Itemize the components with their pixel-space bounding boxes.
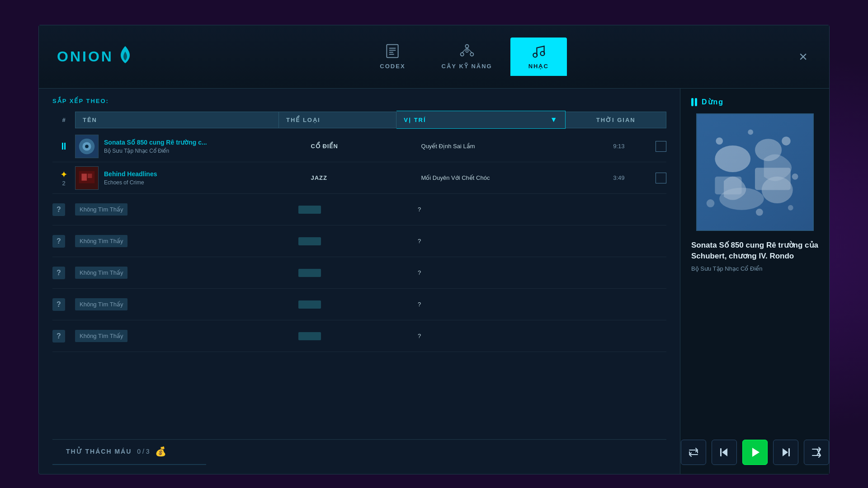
unknown-track-label: Không Tìm Thấy	[75, 330, 127, 342]
tab-codex[interactable]: CODEX	[362, 38, 423, 76]
unknown-genre-bar	[298, 237, 321, 245]
pause-bar-2	[695, 98, 697, 106]
track-num: ?	[52, 267, 75, 279]
svg-rect-37	[697, 114, 813, 230]
track-location: ?	[418, 206, 597, 213]
nav-tabs: CODEX CÂY KỸ NĂNG	[362, 38, 567, 76]
svg-rect-42	[788, 448, 790, 456]
pause-indicator	[691, 98, 697, 106]
question-icon: ?	[52, 203, 65, 216]
repeat-button[interactable]	[681, 440, 706, 465]
track-genre: JAZZ	[311, 174, 421, 181]
svg-point-17	[85, 145, 89, 148]
track-num: ?	[52, 235, 75, 248]
bottom-bar: THỬ THÁCH MÁU 0 / 3 💰	[52, 439, 666, 463]
challenge-underline	[52, 464, 206, 465]
track-row[interactable]: ? Không Tìm Thấy ?	[52, 289, 666, 320]
prev-button[interactable]	[712, 440, 737, 465]
svg-rect-21	[88, 174, 92, 178]
track-thumbnail	[75, 166, 99, 190]
pause-bar-1	[691, 98, 693, 106]
shuffle-button[interactable]	[804, 440, 829, 465]
svg-point-6	[460, 53, 463, 56]
tab-music[interactable]: NHẠC	[510, 38, 567, 76]
track-info: Không Tìm Thấy	[75, 235, 298, 247]
col-name[interactable]: TÊN	[75, 112, 279, 128]
track-location: ?	[418, 333, 597, 339]
main-modal: ONION CODEX	[38, 25, 830, 474]
album-art	[696, 113, 814, 231]
track-row[interactable]: ? Không Tìm Thấy ?	[52, 320, 666, 352]
track-info: Không Tìm Thấy	[75, 330, 298, 342]
unknown-genre-bar	[298, 300, 321, 309]
track-genre	[298, 206, 418, 214]
col-num: #	[52, 117, 75, 123]
unknown-track-label: Không Tìm Thấy	[75, 203, 127, 216]
track-row[interactable]: ? Không Tìm Thấy ?	[52, 257, 666, 289]
star-icon: ✦	[60, 169, 68, 179]
svg-rect-20	[81, 174, 87, 180]
tab-skill-tree-label: CÂY KỸ NĂNG	[442, 63, 492, 70]
music-list-panel: SẮP XẾP THEO: # TÊN THỂ LOẠI VỊ TRÍ ▼ TH…	[39, 89, 680, 474]
track-genre	[298, 237, 418, 245]
svg-marker-40	[752, 448, 760, 457]
sort-label: SẮP XẾP THEO:	[52, 98, 666, 104]
table-header: # TÊN THỂ LOẠI VỊ TRÍ ▼ THỜI GIAN	[52, 111, 666, 129]
close-button[interactable]: ×	[795, 45, 811, 69]
col-time: THỜI GIAN	[566, 112, 666, 128]
track-title: Behind Headlines	[104, 170, 306, 178]
track-list: ⏸ Sonata Số 850 cung Rê trường c... Bộ S…	[52, 131, 666, 439]
unknown-genre-bar	[298, 332, 321, 340]
dropdown-arrow-icon: ▼	[550, 116, 558, 124]
track-time: 3:49	[587, 174, 651, 181]
svg-point-5	[465, 45, 468, 48]
wallet-icon: 💰	[155, 446, 166, 457]
track-number: 2	[52, 180, 75, 187]
track-info: Không Tìm Thấy	[75, 203, 298, 216]
track-num: ?	[52, 203, 75, 216]
now-playing-header: Dừng	[691, 98, 724, 106]
track-info: Không Tìm Thấy	[75, 267, 298, 279]
playback-status: Dừng	[702, 98, 724, 106]
track-location: ?	[418, 301, 597, 308]
track-location: ?	[418, 238, 597, 244]
svg-point-7	[470, 53, 473, 56]
track-row[interactable]: ⏸ Sonata Số 850 cung Rê trường c... Bộ S…	[52, 131, 666, 162]
modal-header: ONION CODEX	[39, 25, 829, 89]
track-checkbox[interactable]	[656, 141, 666, 152]
track-info: Sonata Số 850 cung Rê trường c... Bộ Sưu…	[104, 139, 311, 154]
unknown-genre-bar	[298, 269, 321, 277]
track-checkbox[interactable]	[656, 173, 666, 183]
challenge-label: THỬ THÁCH MÁU	[66, 448, 132, 455]
question-icon: ?	[52, 298, 65, 311]
logo: ONION	[57, 45, 133, 68]
col-location[interactable]: VỊ TRÍ ▼	[396, 111, 566, 129]
unknown-track-label: Không Tìm Thấy	[75, 298, 127, 310]
track-row[interactable]: ? Không Tìm Thấy ?	[52, 194, 666, 225]
track-genre	[298, 269, 418, 277]
question-icon: ?	[52, 267, 65, 279]
svg-rect-0	[387, 45, 398, 58]
track-genre	[298, 332, 418, 340]
col-genre[interactable]: THỂ LOẠI	[279, 112, 396, 128]
track-num: ?	[52, 298, 75, 311]
now-playing-panel: Dừng	[680, 89, 829, 474]
track-title: Sonata Số 850 cung Rê trường c...	[104, 139, 306, 146]
play-pause-button[interactable]	[742, 440, 768, 465]
track-time: 9:13	[587, 143, 651, 150]
track-row[interactable]: ✦ 2 Behind Headlines Echoes of Cri	[52, 162, 666, 194]
track-num: ✦ 2	[52, 169, 75, 187]
track-genre	[298, 300, 418, 309]
svg-point-10	[466, 50, 468, 52]
track-row[interactable]: ? Không Tìm Thấy ?	[52, 225, 666, 257]
challenge-count: 0 / 3	[137, 448, 149, 455]
modal-content: SẮP XẾP THEO: # TÊN THỂ LOẠI VỊ TRÍ ▼ TH…	[39, 89, 829, 474]
unknown-genre-bar	[298, 206, 321, 214]
question-icon: ?	[52, 235, 65, 248]
tab-music-label: NHẠC	[528, 63, 549, 70]
next-button[interactable]	[773, 440, 798, 465]
track-location: Quyết Định Sai Lầm	[421, 143, 587, 150]
track-album: Echoes of Crime	[104, 179, 306, 186]
tab-skill-tree[interactable]: CÂY KỸ NĂNG	[424, 38, 510, 76]
track-genre: CỔ ĐIỂN	[311, 143, 421, 150]
